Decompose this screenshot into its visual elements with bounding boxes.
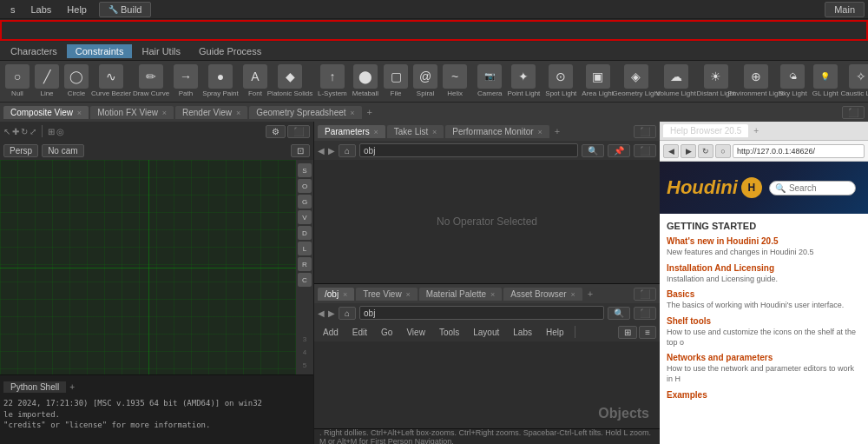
add-center-tab[interactable]: +	[555, 126, 560, 136]
shelf-tool-camera[interactable]: 📷 Camera	[476, 63, 503, 101]
python-shell-tab[interactable]: Python Shell	[3, 381, 66, 393]
help-link-whats-new[interactable]: What's new in Houdini 20.5	[667, 236, 861, 246]
help-reload-btn[interactable]: ↻	[698, 144, 713, 158]
expand-btn[interactable]: ⬛	[634, 144, 656, 157]
tab-constraints[interactable]: Constraints	[67, 44, 133, 58]
shelf-tool-draw-curve[interactable]: ✏ Draw Curve	[132, 63, 170, 101]
close-obj-path[interactable]: ×	[343, 290, 347, 299]
list-view-btn[interactable]: ≡	[639, 326, 656, 339]
vr-vis-btn[interactable]: V	[298, 210, 312, 224]
lower-view-btn[interactable]: View	[401, 327, 431, 338]
shelf-tool-spot-light[interactable]: ⊙ Spot Light	[543, 63, 578, 101]
lower-go-btn[interactable]: Go	[376, 327, 398, 338]
menu-s[interactable]: s	[3, 3, 23, 17]
close-material-palette[interactable]: ×	[490, 290, 495, 299]
shelf-tool-volume-light[interactable]: ☁ Volume Light	[657, 63, 695, 101]
shelf-tool-path[interactable]: → Path	[172, 63, 200, 101]
help-search-input[interactable]	[789, 183, 850, 193]
shelf-tool-geometry-light[interactable]: ◈ Geometry Light	[617, 63, 655, 101]
lower-expand-btn[interactable]: ⬛	[634, 307, 656, 320]
lower-tools-btn[interactable]: Tools	[434, 327, 464, 338]
shelf-tool-sky-light[interactable]: 🌤 Sky Light	[777, 63, 809, 101]
tab-guide-process[interactable]: Guide Process	[190, 44, 270, 58]
help-link-shelf-tools[interactable]: Shelf tools	[667, 316, 861, 326]
help-back-btn[interactable]: ◀	[663, 144, 679, 158]
snap-tool[interactable]: ◎	[56, 127, 64, 136]
vr-render-btn[interactable]: R	[298, 257, 312, 271]
shelf-tool-environment-light[interactable]: ⊕ Environment Light	[737, 63, 775, 101]
lower-add-btn[interactable]: Add	[318, 327, 344, 338]
help-search-bar[interactable]: 🔍	[769, 181, 856, 195]
tab-composite-view[interactable]: Composite View ×	[3, 106, 89, 119]
tab-parameters[interactable]: Parameters ×	[318, 125, 385, 138]
search-node-btn[interactable]: 🔍	[582, 144, 604, 157]
help-stop-btn[interactable]: ○	[715, 144, 731, 158]
nav-fwd-btn[interactable]: ▶	[328, 146, 335, 156]
help-link-install[interactable]: Installation And Licensing	[667, 263, 861, 273]
lower-nav-back[interactable]: ◀	[318, 308, 325, 318]
close-motion-fx[interactable]: ×	[162, 109, 167, 117]
shelf-tool-spiral[interactable]: @ Spiral	[411, 63, 439, 101]
close-render-view[interactable]: ×	[236, 109, 240, 117]
build-button[interactable]: 🔧 Build	[99, 2, 151, 17]
help-link-basics[interactable]: Basics	[667, 289, 861, 299]
help-link-networks-params[interactable]: Networks and parameters	[667, 353, 861, 362]
shelf-tool-circle[interactable]: ◯ Circle	[62, 63, 90, 101]
help-url-bar[interactable]: http://127.0.0.1:48626/	[733, 144, 865, 158]
shelf-tool-helix[interactable]: ~ Helix	[441, 63, 469, 101]
viewport-settings-btn[interactable]: ⚙	[266, 125, 286, 138]
close-parameters[interactable]: ×	[373, 128, 378, 136]
lower-labs-btn[interactable]: Labs	[508, 327, 537, 338]
shelf-tool-l-system[interactable]: ↑ L-System	[316, 63, 349, 101]
lower-help-btn[interactable]: Help	[541, 327, 569, 338]
tab-hair-utils[interactable]: Hair Utils	[133, 44, 189, 58]
tab-asset-browser[interactable]: Asset Browser ×	[503, 288, 582, 301]
pin-btn[interactable]: 📌	[608, 144, 630, 157]
maximize-panel-btn[interactable]: ⬛	[842, 106, 865, 119]
tab-performance-monitor[interactable]: Performance Monitor ×	[445, 125, 549, 138]
lower-edit-btn[interactable]: Edit	[347, 327, 372, 338]
tab-characters[interactable]: Characters	[2, 44, 66, 58]
move-tool[interactable]: ✚	[12, 127, 19, 136]
tab-render-view[interactable]: Render View ×	[175, 106, 247, 119]
home-btn[interactable]: ⌂	[339, 144, 356, 157]
shelf-tool-caustic-light[interactable]: ✧ Caustic Light	[842, 63, 868, 101]
vr-disp-btn[interactable]: D	[298, 226, 312, 240]
lower-layout-btn[interactable]: Layout	[468, 327, 504, 338]
lower-search-btn[interactable]: 🔍	[608, 307, 630, 320]
select-tool[interactable]: ↖	[3, 127, 10, 136]
transform-tool[interactable]: ⊞	[48, 127, 55, 136]
close-asset-browser[interactable]: ×	[570, 290, 575, 299]
tab-motion-fx-view[interactable]: Motion FX View ×	[90, 106, 174, 119]
shelf-tool-platonic-solids[interactable]: ◆ Platonic Solids	[271, 63, 309, 101]
viewport-maximize-btn[interactable]: ⬛	[287, 125, 310, 138]
vr-light-btn[interactable]: L	[298, 242, 312, 255]
rotate-tool[interactable]: ↻	[21, 127, 28, 136]
scale-tool[interactable]: ⤢	[30, 127, 36, 136]
vr-grid-btn[interactable]: G	[298, 195, 312, 209]
tab-tree-view[interactable]: Tree View ×	[356, 288, 418, 301]
close-performance-monitor[interactable]: ×	[537, 128, 542, 136]
shelf-tool-spray-paint[interactable]: ● Spray Paint	[201, 63, 240, 101]
close-geometry-spreadsheet[interactable]: ×	[350, 109, 354, 117]
menu-labs[interactable]: Labs	[24, 3, 59, 17]
node-path-input-lower[interactable]	[359, 306, 604, 320]
add-python-tab[interactable]: +	[69, 382, 75, 392]
tab-material-palette[interactable]: Material Palette ×	[419, 288, 503, 301]
add-help-tab[interactable]: +	[753, 126, 759, 136]
maximize-lower-btn[interactable]: ⬛	[634, 288, 656, 301]
lower-home-btn[interactable]: ⌂	[339, 307, 356, 320]
shelf-tool-point-light[interactable]: ✦ Point Light	[506, 63, 542, 101]
viewport-3d[interactable]	[0, 160, 296, 374]
grid-view-btn[interactable]: ⊞	[618, 326, 637, 339]
help-link-examples[interactable]: Examples	[667, 390, 861, 400]
add-panel-tab[interactable]: +	[367, 107, 372, 117]
maximize-center-btn[interactable]: ⬛	[634, 125, 656, 138]
close-take-list[interactable]: ×	[432, 128, 437, 136]
nocam-button[interactable]: No cam	[42, 144, 83, 157]
tab-take-list[interactable]: Take List ×	[387, 125, 444, 138]
shelf-tool-file[interactable]: ▢ File	[382, 63, 410, 101]
vr-snap-btn[interactable]: S	[298, 163, 312, 177]
vr-cam-btn[interactable]: C	[298, 273, 312, 287]
persp-button[interactable]: Persp	[3, 144, 38, 157]
